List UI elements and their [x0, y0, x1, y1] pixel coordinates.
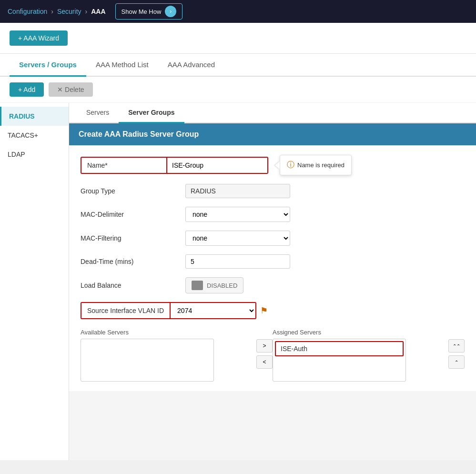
aaa-wizard-button[interactable]: + AAA Wizard — [10, 30, 68, 46]
show-me-how-arrow-icon: › — [165, 6, 176, 17]
validation-tooltip: ⓘ Name is required — [280, 155, 352, 175]
dialog-header: Create AAA Radius Server Group — [69, 123, 476, 145]
toggle-square-icon — [192, 281, 203, 290]
show-me-how-button[interactable]: Show Me How › — [115, 3, 183, 20]
source-interface-flag-icon: ⚑ — [260, 305, 268, 316]
source-interface-select[interactable]: 2074 1 100 — [170, 303, 255, 318]
nav-security[interactable]: Security — [57, 8, 81, 15]
load-balance-row: Load Balance DISABLED — [81, 277, 465, 293]
group-type-input — [185, 184, 290, 198]
available-servers-label: Available Servers — [81, 329, 256, 336]
move-up-button[interactable]: ⌃ — [448, 355, 465, 369]
servers-section: Available Servers > < Assigned Servers — [81, 329, 465, 382]
load-balance-toggle[interactable]: DISABLED — [185, 277, 243, 293]
transfer-controls: > < — [256, 339, 273, 369]
load-balance-label: Load Balance — [81, 282, 185, 289]
wizard-area: + AAA Wizard — [0, 23, 476, 54]
group-type-label: Group Type — [81, 187, 185, 195]
tooltip-arrow — [275, 161, 280, 169]
nav-configuration[interactable]: Configuration — [8, 8, 47, 15]
mac-filtering-select[interactable]: none cisco — [185, 231, 290, 246]
assigned-server-item-ise-auth[interactable]: ISE-Auth — [275, 341, 404, 356]
delete-button[interactable]: ✕ Delete — [49, 82, 92, 97]
right-panel: Servers Server Groups Create AAA Radius … — [69, 103, 476, 460]
sub-tab-server-groups[interactable]: Server Groups — [119, 103, 184, 123]
tab-servers-groups[interactable]: Servers / Groups — [10, 54, 86, 77]
order-controls: ⌃⌃ ⌃ — [448, 339, 465, 369]
available-servers-list — [81, 339, 214, 382]
sidebar-item-radius[interactable]: RADIUS — [0, 107, 69, 126]
sub-tab-servers[interactable]: Servers — [77, 103, 119, 123]
move-top-button[interactable]: ⌃⌃ — [448, 339, 465, 353]
dialog-body: Name* ⓘ Name is required — [69, 145, 476, 391]
action-bar: + Add ✕ Delete — [0, 77, 476, 103]
sidebar: RADIUS TACACS+ LDAP — [0, 103, 69, 460]
name-input-cell — [167, 158, 267, 173]
mac-filtering-row: MAC-Filtering none cisco — [81, 231, 465, 246]
mac-delimiter-select[interactable]: none colon hyphen — [185, 207, 290, 222]
tab-aaa-method-list[interactable]: AAA Method List — [86, 54, 158, 77]
mac-delimiter-row: MAC-Delimiter none colon hyphen — [81, 207, 465, 222]
source-interface-label: Source Interface VLAN ID — [81, 303, 170, 318]
dead-time-row: Dead-Time (mins) — [81, 254, 465, 269]
mac-filtering-label: MAC-Filtering — [81, 234, 185, 242]
top-navigation: Configuration › Security › AAA Show Me H… — [0, 0, 476, 23]
nav-sep-1: › — [51, 8, 53, 15]
mac-delimiter-label: MAC-Delimiter — [81, 211, 185, 218]
assigned-servers-list: ISE-Auth — [273, 339, 406, 382]
show-me-how-label: Show Me How — [122, 8, 162, 15]
load-balance-status: DISABLED — [207, 282, 237, 289]
wizard-button-label: + AAA Wizard — [18, 34, 59, 42]
add-button[interactable]: + Add — [10, 82, 44, 97]
name-label: Name* — [81, 158, 167, 173]
dead-time-input[interactable] — [185, 254, 290, 269]
move-forward-button[interactable]: > — [256, 339, 273, 353]
assigned-servers-column: Assigned Servers ISE-Auth — [273, 329, 448, 382]
main-tabs: Servers / Groups AAA Method List AAA Adv… — [0, 54, 476, 77]
add-button-label: + Add — [18, 86, 35, 93]
name-input[interactable] — [167, 158, 267, 173]
dialog-title: Create AAA Radius Server Group — [79, 130, 199, 138]
sidebar-item-ldap[interactable]: LDAP — [0, 145, 69, 164]
move-back-button[interactable]: < — [256, 355, 273, 369]
name-field-group: Name* — [81, 157, 268, 174]
create-server-group-dialog: Create AAA Radius Server Group Name* ⓘ — [69, 123, 476, 391]
dead-time-label: Dead-Time (mins) — [81, 258, 185, 265]
validation-message: Name is required — [297, 161, 344, 169]
tab-aaa-advanced[interactable]: AAA Advanced — [158, 54, 224, 77]
sub-tabs: Servers Server Groups — [69, 103, 476, 123]
group-type-row: Group Type — [81, 184, 465, 198]
assigned-servers-label: Assigned Servers — [273, 329, 448, 336]
sidebar-item-tacacs[interactable]: TACACS+ — [0, 126, 69, 145]
validation-icon: ⓘ — [287, 160, 294, 170]
nav-sep-2: › — [85, 8, 88, 15]
available-servers-column: Available Servers — [81, 329, 256, 382]
content-area: RADIUS TACACS+ LDAP Servers Server Group… — [0, 103, 476, 460]
source-interface-group: Source Interface VLAN ID 2074 1 100 — [81, 302, 256, 319]
delete-button-label: ✕ Delete — [57, 86, 84, 93]
nav-aaa: AAA — [91, 8, 105, 15]
